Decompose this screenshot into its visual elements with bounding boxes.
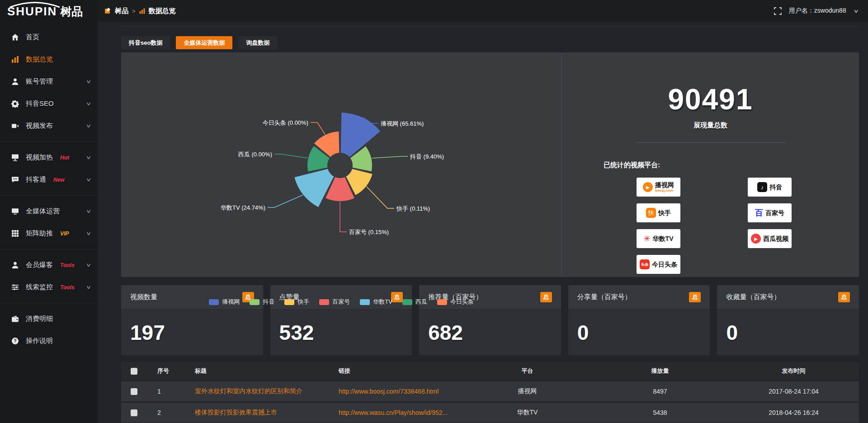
wallet-icon: [11, 315, 19, 323]
card-value: 0: [577, 320, 589, 345]
boosj-play-icon: ▶: [643, 182, 653, 192]
total-badge[interactable]: 总: [689, 292, 701, 302]
legend-label: 抖音: [263, 298, 274, 306]
chevron-down-icon: ∨: [86, 284, 92, 290]
pie-label: 抖音 (9.40%): [410, 153, 444, 160]
svg-text:?: ?: [14, 338, 16, 343]
platform-badge-boosj[interactable]: ▶ 播视网boosj.com: [637, 178, 680, 197]
legend-color-chip: [319, 299, 329, 305]
legend-item-播视网[interactable]: 播视网: [209, 298, 240, 306]
video-url-link[interactable]: http://www.wasu.cn/Play/show/id/952...: [328, 409, 463, 416]
chevron-down-icon: ∨: [86, 262, 92, 268]
pie-label: 华数TV (24.74%): [221, 204, 265, 211]
sidebar-item-consumption[interactable]: 消费明细: [0, 308, 98, 330]
platforms-title: 已统计的视频平台:: [604, 161, 859, 169]
card-value: 682: [428, 320, 463, 345]
select-all-checkbox[interactable]: [131, 368, 137, 375]
chevron-down-icon: ∨: [86, 79, 92, 85]
monitor-icon: [11, 154, 19, 162]
tab-douyin-seo-data[interactable]: 抖音seo数据: [121, 36, 170, 49]
grid-icon: [11, 230, 19, 238]
platform-badge-wasu[interactable]: ✳ 华数TV: [637, 229, 680, 248]
table-row: 2 楼体投影灯投影效果震撼上市 http://www.wasu.cn/Play/…: [121, 403, 859, 423]
video-title-link[interactable]: 楼体投影灯投影效果震撼上市: [184, 409, 328, 417]
breadcrumb-root[interactable]: 树品: [115, 7, 128, 15]
legend-label: 百家号: [332, 298, 350, 306]
nav-divider: [0, 141, 98, 142]
sidebar-item-account[interactable]: 账号管理 ∨: [0, 70, 98, 93]
pie-label-line: [340, 202, 347, 232]
platforms-grid: ▶ 播视网boosj.com ♪ 抖音 快 快手 百: [637, 178, 859, 274]
sidebar-item-lead-monitor[interactable]: 线索监控 Tools ∨: [0, 276, 98, 298]
card-value: 197: [130, 320, 165, 345]
sidebar-item-home[interactable]: 首页: [0, 26, 98, 48]
legend-item-今日头条[interactable]: 今日头条: [437, 298, 474, 306]
legend-color-chip: [284, 299, 294, 305]
legend-item-华数TV[interactable]: 华数TV: [360, 298, 392, 306]
platform-badge-xigua[interactable]: ▶ 西瓜视频: [748, 229, 792, 248]
breadcrumb-separator: >: [132, 8, 136, 14]
total-impressions-label: 展现量总数: [562, 121, 859, 130]
row-checkbox[interactable]: [131, 388, 137, 395]
sidebar-item-douyin-seo[interactable]: 抖音SEO ∨: [0, 93, 98, 115]
fullscreen-icon[interactable]: [774, 7, 782, 15]
toutiao-icon: 头条: [640, 259, 650, 269]
legend-color-chip: [437, 299, 447, 305]
card-favorites: 收藏量（百家号）总 0: [717, 285, 859, 355]
legend-item-西瓜[interactable]: 西瓜: [402, 298, 427, 306]
platform-badge-kuaishou[interactable]: 快 快手: [637, 203, 680, 222]
row-checkbox[interactable]: [131, 409, 137, 416]
legend-color-chip: [360, 299, 370, 305]
legend-item-抖音[interactable]: 抖音: [250, 298, 274, 306]
tab-inquiry-data[interactable]: 询盘数据: [238, 36, 277, 49]
legend-color-chip: [250, 299, 259, 305]
app-root: SHUPIN 树品 首页 数据总览 账号管理 ∨ 抖音SEO ∨: [0, 0, 868, 423]
pie-label: 百家号 (0.15%): [349, 229, 389, 235]
pie-slice-华数TV[interactable]: [294, 169, 335, 208]
platform-badge-baijiahao[interactable]: 百 百家号: [748, 203, 792, 222]
chevron-down-icon: ∨: [86, 230, 92, 236]
video-table: 序号 标题 链接 平台 播放量 发布时间 1 室外水纹灯和室内水纹灯的区别和简介…: [121, 362, 859, 423]
table-row: 1 室外水纹灯和室内水纹灯的区别和简介 http://www.boosj.com…: [121, 381, 859, 401]
table-header-row: 序号 标题 链接 平台 播放量 发布时间: [121, 362, 859, 380]
baijiahao-icon: 百: [755, 207, 763, 218]
pie-label-line: [274, 154, 308, 158]
breadcrumb-current: 数据总览: [149, 7, 176, 15]
rose-pie-chart[interactable]: 播视网 (65.61%)抖音 (9.40%)快手 (0.11%)百家号 (0.1…: [121, 52, 561, 296]
video-title-link[interactable]: 室外水纹灯和室内水纹灯的区别和简介: [184, 387, 328, 395]
vip-badge: VIP: [60, 230, 69, 237]
sidebar: SHUPIN 树品 首页 数据总览 账号管理 ∨ 抖音SEO ∨: [0, 0, 98, 423]
legend-label: 西瓜: [415, 298, 427, 306]
nav-divider: [0, 195, 98, 196]
sidebar-item-omni-media[interactable]: 全媒体运营 ∨: [0, 200, 98, 222]
sidebar-item-member-burst[interactable]: 会员爆客 Tools ∨: [0, 254, 98, 276]
video-url-link[interactable]: http://www.boosj.com/7338468.html: [328, 388, 463, 395]
chevron-down-icon: ∨: [86, 177, 92, 183]
chevron-down-icon[interactable]: ∨: [853, 9, 859, 14]
tab-bar: 抖音seo数据 全媒体运营数据 询盘数据: [121, 36, 859, 49]
pie-label-line: [268, 195, 303, 208]
username-label[interactable]: 用户名：zswodun88: [789, 7, 846, 15]
sidebar-item-matrix-boost[interactable]: 矩阵助推 VIP ∨: [0, 222, 98, 244]
legend-label: 播视网: [222, 298, 240, 306]
sidebar-item-data-overview[interactable]: 数据总览: [0, 48, 98, 70]
pie-label: 西瓜 (0.00%): [238, 151, 272, 158]
legend-item-百家号[interactable]: 百家号: [319, 298, 350, 306]
sidebar-item-video-publish[interactable]: 视频发布 ∨: [0, 115, 98, 137]
content: 抖音seo数据 全媒体运营数据 询盘数据 播视网 (65.61%)抖音 (9.4…: [98, 22, 868, 423]
pie-label: 今日头条 (0.00%): [263, 119, 308, 126]
pie-label: 播视网 (65.61%): [381, 120, 424, 127]
platform-badge-douyin[interactable]: ♪ 抖音: [748, 178, 792, 197]
platform-badge-toutiao[interactable]: 头条 今日头条: [637, 255, 680, 274]
logo-cn-text: 树品: [60, 4, 83, 19]
legend-item-快手[interactable]: 快手: [284, 298, 309, 306]
topbar-right: 用户名：zswodun88 ∨: [774, 7, 858, 15]
chat-icon: [11, 176, 19, 184]
logo[interactable]: SHUPIN 树品: [0, 0, 98, 23]
tab-omni-media-data[interactable]: 全媒体运营数据: [176, 36, 232, 49]
total-badge[interactable]: 总: [838, 292, 850, 302]
sidebar-item-video-heat[interactable]: 视频加热 Hot ∨: [0, 146, 98, 169]
user-icon: [11, 78, 19, 86]
sidebar-item-help[interactable]: ? 操作说明: [0, 330, 98, 352]
sidebar-item-doketong[interactable]: 抖客通 New ∨: [0, 169, 98, 191]
